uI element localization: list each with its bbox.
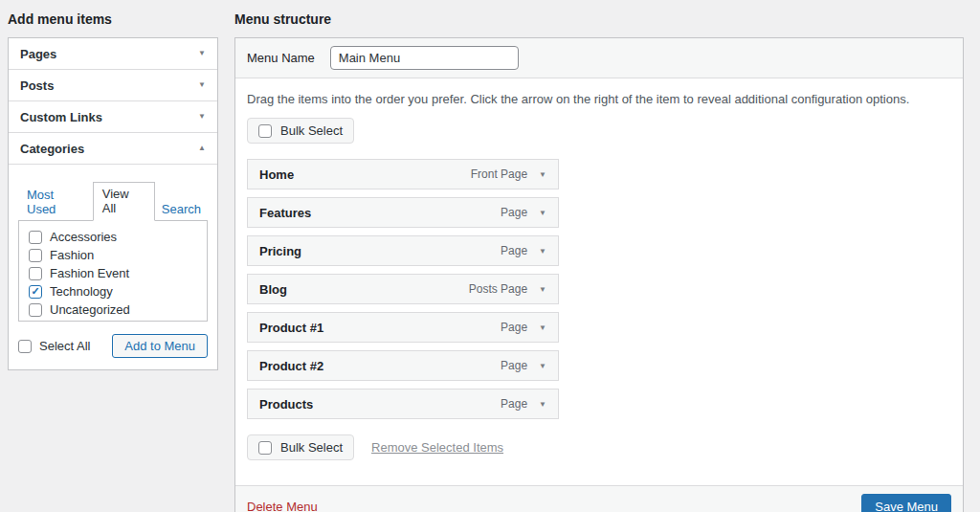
select-all-checkbox[interactable]: ✓ (18, 340, 32, 353)
menu-item-expand-icon[interactable]: ▼ (539, 362, 546, 370)
remove-selected-items-link[interactable]: Remove Selected Items (371, 440, 503, 455)
delete-menu-link[interactable]: Delete Menu (247, 500, 318, 512)
menu-item-label: Product #1 (259, 321, 501, 335)
categories-actions-row: ✓ Select All Add to Menu (18, 334, 208, 358)
categories-tabs: Most Used View All Search (18, 182, 208, 221)
tab-view-all[interactable]: View All (93, 182, 155, 221)
bulk-select-label: Bulk Select (280, 123, 343, 138)
drag-instructions: Drag the items into the order you prefer… (247, 92, 951, 106)
tab-most-used[interactable]: Most Used (20, 184, 93, 221)
bulk-actions-row: ✓ Bulk Select Remove Selected Items (247, 434, 951, 460)
menu-item-label: Blog (259, 282, 469, 297)
save-menu-button[interactable]: Save Menu (861, 494, 951, 512)
category-label: Fashion Event (50, 266, 129, 280)
menu-item-type: Page (501, 321, 527, 334)
category-label: Accessories (50, 230, 117, 244)
chevron-down-icon: ▼ (198, 81, 206, 89)
menu-item-type: Page (501, 206, 527, 219)
category-checklist-item[interactable]: ✓ Technology (19, 282, 207, 301)
menu-item-expand-icon[interactable]: ▼ (539, 400, 546, 409)
bulk-select-checkbox[interactable]: ✓ (258, 124, 272, 138)
chevron-down-icon: ▼ (198, 113, 206, 121)
bulk-select-label: Bulk Select (280, 440, 343, 455)
menu-structure-panel: Menu structure Menu Name Drag the items … (234, 11, 964, 512)
checkmark-icon: ✓ (31, 286, 39, 297)
menu-item-type: Page (501, 244, 527, 257)
menu-item-expand-icon[interactable]: ▼ (539, 209, 546, 217)
category-checklist-item[interactable]: ✓ Uncategorized (19, 301, 207, 319)
categories-panel: Most Used View All Search ✓ Accessories … (9, 165, 217, 369)
menu-item-expand-icon[interactable]: ▼ (539, 247, 546, 256)
menu-item-label: Home (259, 167, 471, 182)
accordion-section-header[interactable]: Custom Links ▼ (9, 101, 217, 133)
category-checkbox[interactable]: ✓ (29, 249, 42, 262)
menu-item-label: Product #2 (259, 359, 501, 373)
add-menu-items-title: Add menu items (8, 11, 218, 27)
menu-items-list: Home Front Page ▼ Features Page ▼ Pricin… (247, 159, 559, 419)
menu-item-row[interactable]: Product #1 Page ▼ (247, 312, 559, 343)
menu-item-expand-icon[interactable]: ▼ (539, 323, 546, 332)
menu-item-row[interactable]: Blog Posts Page ▼ (247, 274, 559, 304)
accordion-section-header[interactable]: Pages ▼ (9, 38, 217, 70)
category-checklist-item[interactable]: ✓ Fashion Event (19, 264, 207, 282)
category-checkbox[interactable]: ✓ (29, 231, 42, 244)
menu-item-type: Front Page (471, 167, 527, 181)
accordion-section-header[interactable]: Posts ▼ (9, 70, 217, 101)
tab-search[interactable]: Search (155, 198, 208, 221)
menu-item-label: Products (259, 397, 501, 412)
menu-item-expand-icon[interactable]: ▼ (539, 285, 546, 294)
category-label: Uncategorized (50, 302, 130, 317)
chevron-down-icon: ▼ (198, 50, 206, 57)
accordion-section-header-categories[interactable]: Categories ▲ (9, 133, 217, 165)
menu-item-type: Page (501, 397, 527, 411)
menu-structure-title: Menu structure (234, 11, 964, 27)
category-checkbox[interactable]: ✓ (29, 303, 42, 317)
category-checkbox[interactable]: ✓ (29, 285, 42, 299)
menu-item-label: Features (259, 206, 501, 220)
select-all-control[interactable]: ✓ Select All (18, 339, 90, 353)
menu-item-row[interactable]: Home Front Page ▼ (247, 159, 559, 189)
accordion-section-label: Pages (20, 47, 56, 61)
accordion-collapsed-sections: Pages ▼ Posts ▼ Custom Links ▼ (9, 38, 217, 133)
menu-name-row: Menu Name (235, 38, 963, 78)
chevron-up-icon: ▲ (198, 145, 206, 152)
accordion-section-label: Posts (20, 78, 54, 93)
menu-item-type: Posts Page (469, 282, 527, 296)
category-checkbox[interactable]: ✓ (29, 267, 42, 280)
menu-item-label: Pricing (259, 244, 501, 258)
bulk-select-toggle-top[interactable]: ✓ Bulk Select (247, 118, 354, 144)
menu-item-row[interactable]: Features Page ▼ (247, 197, 559, 228)
menu-item-row[interactable]: Pricing Page ▼ (247, 235, 559, 266)
bulk-select-checkbox[interactable]: ✓ (258, 441, 272, 455)
select-all-label: Select All (39, 339, 90, 353)
add-to-menu-button[interactable]: Add to Menu (112, 334, 208, 358)
category-checklist-item[interactable]: ✓ Accessories (19, 228, 207, 246)
menu-name-label: Menu Name (247, 51, 315, 65)
accordion-section-label: Categories (20, 142, 84, 156)
menu-item-row[interactable]: Product #2 Page ▼ (247, 350, 559, 381)
category-label: Technology (50, 284, 113, 299)
categories-checklist: ✓ Accessories ✓ Fashion ✓ Fashion Event (18, 220, 208, 322)
menu-item-expand-icon[interactable]: ▼ (539, 170, 546, 179)
menu-item-type: Page (501, 359, 527, 372)
menu-items-accordion: Pages ▼ Posts ▼ Custom Links ▼ Categorie… (8, 37, 218, 370)
menu-item-row[interactable]: Products Page ▼ (247, 389, 559, 419)
menu-structure-card: Menu Name Drag the items into the order … (234, 37, 964, 512)
accordion-section-label: Custom Links (20, 110, 102, 124)
menu-footer: Delete Menu Save Menu (235, 485, 963, 512)
menu-body: Drag the items into the order you prefer… (235, 78, 963, 472)
category-label: Fashion (50, 248, 94, 262)
add-menu-items-panel: Add menu items Pages ▼ Posts ▼ Custom Li… (8, 11, 218, 370)
menu-name-input[interactable] (330, 46, 519, 70)
category-checklist-item[interactable]: ✓ Fashion (19, 246, 207, 264)
bulk-select-toggle-bottom[interactable]: ✓ Bulk Select (247, 434, 354, 460)
